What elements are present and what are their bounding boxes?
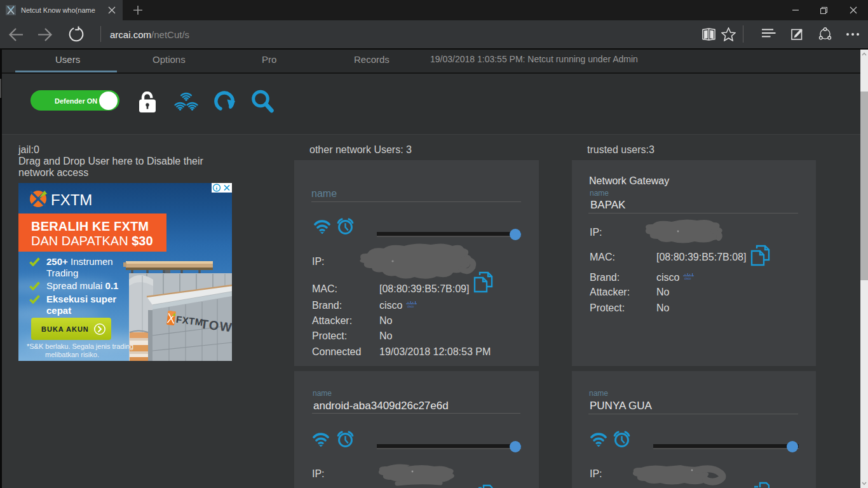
svg-text:FXTM: FXTM: [51, 191, 92, 208]
svg-text:cisco: cisco: [684, 277, 691, 280]
svg-text:cisco: cisco: [407, 305, 414, 308]
